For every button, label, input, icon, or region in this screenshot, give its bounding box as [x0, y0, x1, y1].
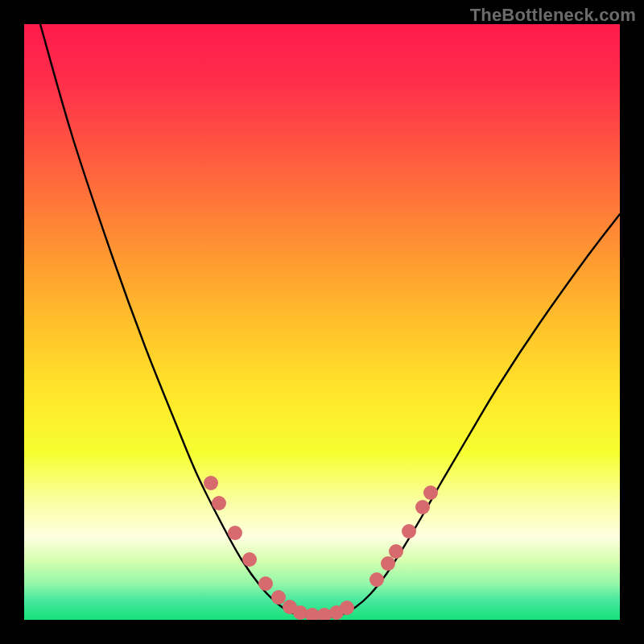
data-point	[389, 544, 403, 559]
data-point	[369, 572, 384, 587]
plot-area	[24, 24, 620, 620]
watermark-text: TheBottleneck.com	[470, 5, 636, 26]
data-point	[204, 476, 218, 490]
data-point	[293, 605, 308, 620]
data-point	[402, 524, 416, 539]
data-point	[423, 485, 438, 500]
data-point	[212, 496, 226, 510]
data-point	[242, 552, 257, 567]
data-point	[228, 526, 242, 540]
data-point	[381, 556, 395, 571]
data-point	[271, 590, 286, 605]
bottleneck-curve	[24, 24, 620, 620]
chart-frame: TheBottleneck.com	[0, 0, 644, 644]
data-point	[340, 601, 354, 615]
data-point	[258, 576, 273, 591]
data-point	[415, 500, 430, 514]
